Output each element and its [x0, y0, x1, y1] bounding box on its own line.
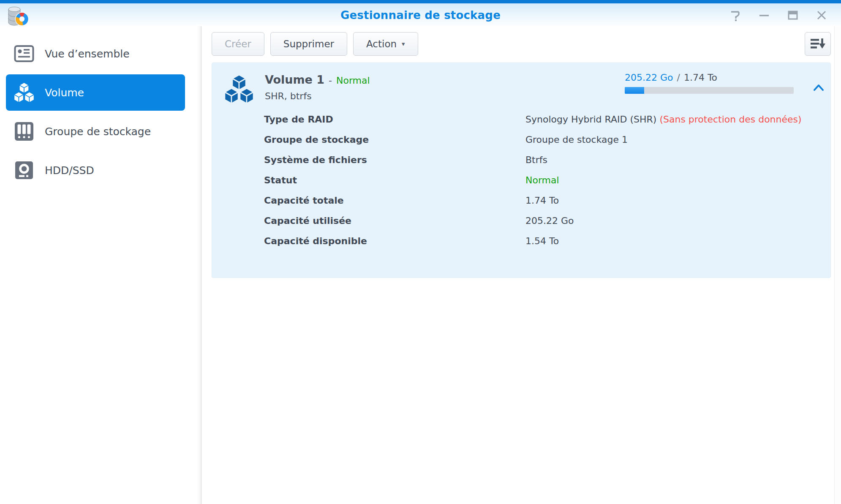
window-accent-bar [0, 0, 841, 3]
scrollbar-track[interactable] [834, 26, 841, 504]
minimize-button[interactable] [755, 7, 773, 24]
sidebar-item-label: Vue d’ensemble [45, 48, 130, 60]
total-capacity-text: 1.74 To [684, 72, 717, 83]
storage-pool-bays-icon [14, 122, 35, 141]
delete-button[interactable]: Supprimer [270, 32, 347, 56]
volume-usage: 205.22 Go / 1.74 To [625, 72, 794, 94]
detail-value: 205.22 Go [525, 211, 574, 231]
storage-manager-window: Gestionnaire de stockage [0, 0, 841, 504]
volume-status-separator: - [329, 75, 332, 86]
help-button[interactable] [726, 7, 745, 24]
chevron-down-icon: ▾ [402, 40, 405, 48]
hard-disk-icon [14, 161, 35, 180]
volume-subtitle: SHR, btrfs [265, 91, 370, 101]
detail-label: Capacité disponible [264, 231, 525, 251]
usage-progress-fill [625, 87, 644, 94]
action-button[interactable]: Action ▾ [353, 32, 418, 56]
sidebar-item-label: HDD/SSD [45, 164, 94, 177]
titlebar: Gestionnaire de stockage [0, 3, 841, 26]
used-capacity-text: 205.22 Go [625, 72, 673, 83]
toolbar: Créer Supprimer Action ▾ [212, 32, 831, 56]
volume-status-badge: Normal [336, 75, 370, 86]
detail-label: Statut [264, 170, 525, 191]
volume-heading: Volume 1 - Normal SHR, btrfs [265, 73, 370, 109]
detail-row-storage-pool: Groupe de stockage Groupe de stockage 1 [264, 130, 820, 150]
action-button-label: Action [366, 38, 397, 49]
volume-details: Type de RAID Synology Hybrid RAID (SHR) … [264, 109, 820, 251]
detail-value: Groupe de stockage 1 [525, 130, 628, 150]
usage-progress-bar [625, 87, 794, 94]
detail-row-file-system: Système de fichiers Btrfs [264, 150, 820, 170]
detail-value: Btrfs [525, 150, 547, 170]
create-button[interactable]: Créer [212, 32, 264, 56]
detail-label: Système de fichiers [264, 150, 525, 170]
close-button[interactable] [812, 7, 831, 24]
volume-panel: Volume 1 - Normal SHR, btrfs 205.22 Go /… [212, 63, 831, 278]
raid-protection-warning: (Sans protection des données) [659, 114, 801, 125]
detail-value: 1.54 To [525, 231, 559, 251]
sidebar-item-label: Volume [45, 87, 84, 99]
sidebar-item-storage-pool[interactable]: Groupe de stockage [6, 113, 185, 150]
detail-label: Capacité utilisée [264, 211, 525, 231]
volume-name: Volume 1 [265, 73, 324, 86]
detail-row-raid-type: Type de RAID Synology Hybrid RAID (SHR) … [264, 109, 820, 130]
sidebar: Vue d’ensemble [0, 26, 201, 504]
window-controls [726, 7, 831, 24]
collapse-panel-button[interactable] [811, 82, 826, 95]
detail-value: Synology Hybrid RAID (SHR) (Sans protect… [525, 109, 802, 130]
volume-panel-header: Volume 1 - Normal SHR, btrfs 205.22 Go /… [224, 73, 820, 109]
chevron-up-icon [813, 83, 825, 92]
main-content: Créer Supprimer Action ▾ [201, 26, 834, 504]
raid-type-value: Synology Hybrid RAID (SHR) [525, 114, 656, 125]
detail-label: Capacité totale [264, 191, 525, 211]
detail-value: 1.74 To [525, 191, 559, 211]
detail-row-total-capacity: Capacité totale 1.74 To [264, 191, 820, 211]
detail-row-used-capacity: Capacité utilisée 205.22 Go [264, 211, 820, 231]
usage-separator: / [676, 72, 680, 83]
detail-row-available-capacity: Capacité disponible 1.54 To [264, 231, 820, 251]
detail-label: Type de RAID [264, 109, 525, 130]
sidebar-item-overview[interactable]: Vue d’ensemble [6, 35, 185, 72]
detail-label: Groupe de stockage [264, 130, 525, 150]
sort-button[interactable] [805, 32, 831, 56]
sidebar-item-label: Groupe de stockage [45, 125, 151, 138]
usage-text: 205.22 Go / 1.74 To [625, 72, 794, 83]
detail-value-status: Normal [525, 170, 559, 191]
detail-row-status: Statut Normal [264, 170, 820, 191]
overview-card-icon [14, 45, 35, 63]
sort-descending-icon [810, 38, 826, 50]
window-title: Gestionnaire de stockage [0, 9, 841, 22]
volume-cubes-icon [14, 81, 35, 104]
sidebar-item-hdd-ssd[interactable]: HDD/SSD [6, 152, 185, 188]
maximize-button[interactable] [784, 7, 802, 24]
sidebar-item-volume[interactable]: Volume [6, 74, 185, 111]
volume-cubes-icon [224, 74, 255, 109]
